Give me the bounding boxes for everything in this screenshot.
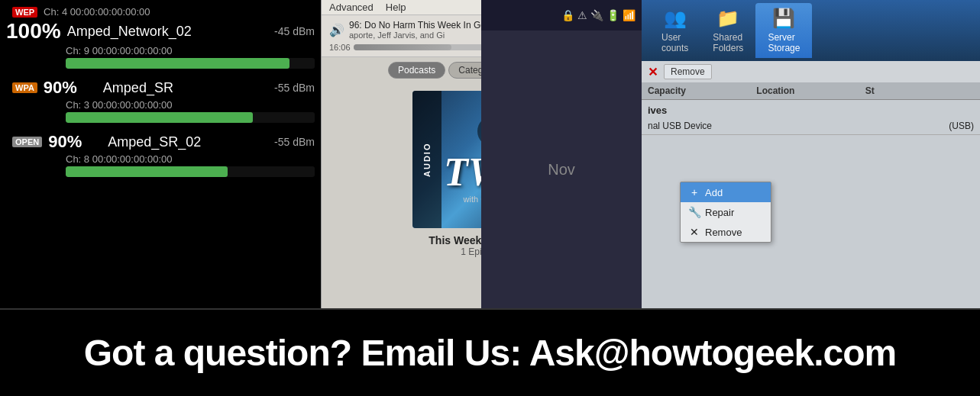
wifi-name-1: Amped_SR	[103, 80, 268, 96]
add-label: Add	[705, 187, 723, 198]
android-status-icons: 🔒 ⚠ 🔌 🔋 📶	[561, 9, 636, 21]
wifi-channel-0: Ch: 9 00:00:00:00:00:00	[6, 45, 315, 56]
nas-tab-shared-label: SharedFolders	[713, 32, 743, 53]
col-location: Location	[756, 85, 865, 96]
wifi-dbm-2: -55 dBm	[274, 136, 315, 148]
usb-icon: 🔌	[590, 9, 603, 21]
menu-help[interactable]: Help	[386, 2, 406, 13]
add-icon: +	[688, 186, 700, 198]
remove-x-icon: ✕	[648, 65, 658, 79]
nas-tab-user-accounts[interactable]: 👥 Usercounts	[649, 3, 700, 58]
battery-icon: 🔋	[606, 9, 619, 21]
wifi-bar-1	[66, 112, 253, 123]
repair-label: Repair	[705, 207, 734, 218]
wep-badge: WEP	[12, 7, 37, 18]
wifi-strength-1: 90%	[44, 78, 97, 98]
wifi-panel: WEP Ch: 4 00:00:00:00:00:00 100% Amped_N…	[0, 0, 321, 308]
nas-drives-label: ives	[642, 100, 980, 118]
menu-item-repair[interactable]: 🔧 Repair	[681, 202, 771, 222]
wpa-badge: WPA	[12, 82, 37, 93]
nas-tab-user-label: Usercounts	[661, 32, 688, 53]
banner-text: Got a question? Email Us: Ask@howtogeek.…	[84, 332, 897, 374]
wifi-dbm-1: -55 dBm	[274, 82, 315, 94]
main-content: WEP Ch: 4 00:00:00:00:00:00 100% Amped_N…	[0, 0, 980, 308]
remove-label: Remove	[705, 227, 742, 238]
shared-folders-icon: 📁	[716, 8, 739, 29]
time-elapsed: 16:06	[329, 43, 351, 52]
warning-icon: ⚠	[577, 9, 587, 21]
menu-item-remove[interactable]: ✕ Remove	[681, 222, 771, 242]
middle-panel: Advanced Help iTunes 🔊 96: Do No Harm Th…	[321, 0, 642, 308]
wifi-row-top-0: WEP Ch: 4 00:00:00:00:00:00	[6, 6, 315, 18]
nas-drive-row-0: nal USB Device (USB)	[642, 118, 980, 135]
bottom-banner: Got a question? Email Us: Ask@howtogeek.…	[0, 308, 980, 396]
wifi-row-main-2: OPEN 90% Amped_SR_02 -55 dBm	[6, 132, 315, 152]
wifi-entry-0: WEP Ch: 4 00:00:00:00:00:00 100% Amped_N…	[6, 6, 315, 69]
wifi-name-2: Amped_SR_02	[108, 134, 268, 150]
wifi-bar-container-2	[66, 166, 315, 177]
wifi-channel-2: Ch: 8 00:00:00:00:00:00	[6, 153, 315, 165]
android-content: Nov	[481, 31, 642, 308]
nas-table-header: Capacity Location St	[642, 82, 980, 100]
wifi-dbm-0: -45 dBm	[274, 25, 315, 37]
repair-icon: 🔧	[688, 206, 700, 218]
android-month: Nov	[548, 161, 575, 179]
wifi-strength-0: 100%	[6, 19, 61, 43]
nas-tab-shared-folders[interactable]: 📁 SharedFolders	[700, 3, 755, 58]
remove-icon: ✕	[688, 226, 700, 238]
remove-button[interactable]: Remove	[664, 64, 712, 79]
nas-content: Capacity Location St ives nal USB Device…	[642, 82, 980, 308]
col-status: St	[865, 85, 974, 96]
server-storage-icon: 💾	[772, 8, 795, 29]
user-accounts-icon: 👥	[664, 8, 687, 29]
speaker-icon: 🔊	[329, 23, 344, 37]
nas-toolbar: ✕ Remove	[642, 61, 980, 82]
col-capacity: Capacity	[648, 85, 756, 96]
drive-name-0: nal USB Device	[648, 121, 949, 131]
usb-badge: (USB)	[949, 121, 974, 131]
wifi-bar-container-0	[66, 58, 315, 69]
wifi-entry-1: WPA 90% Amped_SR -55 dBm Ch: 3 00:00:00:…	[6, 78, 315, 123]
wifi-row-main-0: 100% Amped_Network_02 -45 dBm	[6, 19, 315, 43]
wifi-row-main-1: WPA 90% Amped_SR -55 dBm	[6, 78, 315, 98]
wifi-bar-container-1	[66, 112, 315, 123]
lock-icon: 🔒	[561, 9, 574, 21]
progress-fill	[354, 44, 452, 50]
context-menu: + Add 🔧 Repair ✕ Remove	[680, 182, 771, 243]
nas-tab-storage-label: ServerStorage	[768, 32, 800, 53]
open-badge: OPEN	[12, 137, 42, 147]
nas-tab-server-storage[interactable]: 💾 ServerStorage	[755, 3, 812, 58]
wifi-bar-0	[66, 58, 289, 69]
menu-advanced[interactable]: Advanced	[329, 2, 374, 13]
wifi-channel-top-0: Ch: 4 00:00:00:00:00:00	[44, 6, 150, 18]
wifi-entry-2: OPEN 90% Amped_SR_02 -55 dBm Ch: 8 00:00…	[6, 132, 315, 177]
wifi-name-0: Amped_Network_02	[67, 24, 268, 40]
android-status-bar: 🔒 ⚠ 🔌 🔋 📶	[481, 0, 642, 31]
menu-item-add[interactable]: + Add	[681, 182, 771, 202]
signal-icon: 📶	[623, 9, 636, 21]
podcast-audio-label: AUDIO	[412, 91, 441, 228]
wifi-strength-2: 90%	[48, 132, 102, 152]
wifi-bar-2	[66, 166, 228, 177]
wifi-channel-1: Ch: 3 00:00:00:00:00:00	[6, 99, 315, 111]
nas-header: 👥 Usercounts 📁 SharedFolders 💾 ServerSto…	[642, 0, 980, 61]
nas-panel: 👥 Usercounts 📁 SharedFolders 💾 ServerSto…	[642, 0, 980, 308]
tab-podcasts[interactable]: Podcasts	[388, 62, 445, 79]
